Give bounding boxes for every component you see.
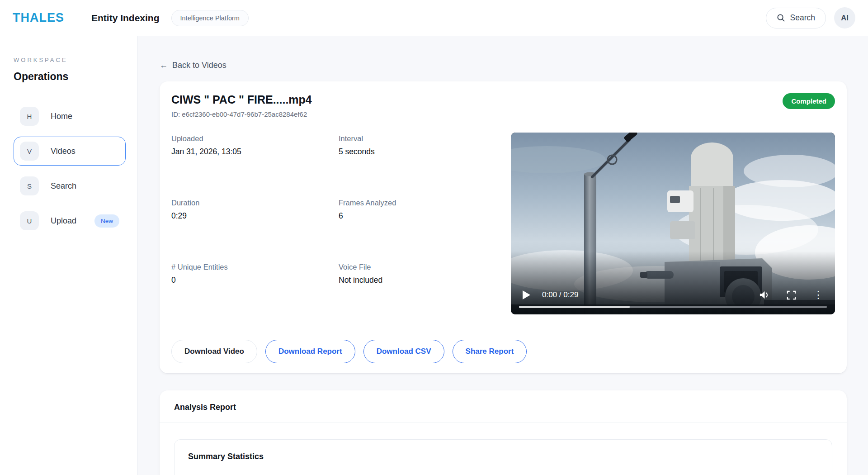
volume-icon[interactable]: [759, 290, 769, 300]
videos-initial-icon: V: [20, 142, 39, 161]
top-header: THALES Entity Indexing Intelligence Plat…: [0, 0, 868, 36]
sidebar-item-label: Home: [51, 112, 72, 121]
video-id: ID: e6cf2360-eb00-47d7-96b7-25ac8284ef62: [171, 110, 312, 118]
app-title: Entity Indexing: [91, 13, 160, 24]
meta-label: Uploaded: [171, 134, 339, 143]
player-menu-icon[interactable]: ⋮: [813, 290, 823, 300]
header-search-button[interactable]: Search: [766, 8, 826, 28]
meta-frames-analyzed: Frames Analyzed 6: [339, 199, 511, 263]
meta-value: 6: [339, 211, 511, 221]
summary-statistics-title: Summary Statistics: [175, 440, 832, 472]
workspace-label: WORKSPACE: [14, 57, 126, 63]
download-report-button[interactable]: Download Report: [265, 340, 355, 363]
video-thumbnail-ciws: [511, 133, 835, 314]
sidebar-item-label: Videos: [51, 147, 75, 156]
meta-label: Duration: [171, 199, 339, 207]
player-right-controls: ⋮: [759, 290, 823, 300]
fullscreen-icon[interactable]: [787, 290, 796, 300]
video-title: CIWS " PAC " FIRE.....mp4: [171, 93, 312, 106]
meta-value: Not included: [339, 276, 511, 285]
analysis-report-card: Analysis Report Summary Statistics Durat…: [160, 390, 847, 475]
main-content: ← Back to Videos CIWS " PAC " FIRE.....m…: [138, 36, 868, 475]
meta-label: Interval: [339, 134, 511, 143]
back-link-label: Back to Videos: [172, 61, 226, 70]
play-icon[interactable]: [523, 290, 530, 299]
video-title-block: CIWS " PAC " FIRE.....mp4 ID: e6cf2360-e…: [171, 93, 312, 118]
sidebar-item-home[interactable]: H Home: [14, 102, 126, 131]
sidebar-item-upload[interactable]: U Upload New: [14, 206, 126, 235]
player-controls: 0:00 / 0:29 ⋮: [523, 290, 823, 300]
meta-label: Voice File: [339, 263, 511, 271]
video-detail-card: CIWS " PAC " FIRE.....mp4 ID: e6cf2360-e…: [160, 81, 847, 373]
upload-initial-icon: U: [20, 211, 39, 230]
share-report-button[interactable]: Share Report: [453, 340, 527, 363]
sidebar-item-label: Search: [51, 181, 76, 191]
thales-logo: THALES: [13, 11, 64, 25]
summary-stats-row: Duration Frames Analyzed Interval Unique…: [175, 472, 832, 475]
download-csv-button[interactable]: Download CSV: [363, 340, 444, 363]
video-player[interactable]: 0:00 / 0:29 ⋮: [511, 133, 835, 314]
analysis-report-title: Analysis Report: [160, 390, 847, 423]
download-video-button[interactable]: Download Video: [171, 340, 257, 363]
platform-badge: Intelligence Platform: [171, 10, 249, 26]
video-card-header: CIWS " PAC " FIRE.....mp4 ID: e6cf2360-e…: [171, 93, 835, 118]
sidebar-item-videos[interactable]: V Videos: [14, 137, 126, 166]
sidebar: WORKSPACE Operations H Home V Videos S S…: [0, 36, 138, 475]
sidebar-nav: H Home V Videos S Search U Upload New: [14, 102, 126, 235]
search-initial-icon: S: [20, 176, 39, 195]
analysis-report-body: Summary Statistics Duration Frames Analy…: [160, 423, 847, 475]
header-actions: Search AI: [766, 7, 855, 28]
meta-duration: Duration 0:29: [171, 199, 339, 263]
meta-unique-entities: # Unique Entities 0: [171, 263, 339, 327]
summary-statistics-card: Summary Statistics Duration Frames Analy…: [174, 439, 832, 475]
search-icon: [777, 14, 785, 22]
meta-label: Frames Analyzed: [339, 199, 511, 207]
meta-interval: Interval 5 seconds: [339, 134, 511, 199]
home-initial-icon: H: [20, 107, 39, 126]
sidebar-item-label: Upload: [51, 216, 76, 226]
new-badge: New: [94, 214, 119, 228]
search-button-label: Search: [790, 13, 815, 23]
avatar[interactable]: AI: [834, 7, 855, 28]
meta-value: Jan 31, 2026, 13:05: [171, 147, 339, 157]
back-arrow-icon: ←: [160, 61, 168, 70]
meta-voice-file: Voice File Not included: [339, 263, 511, 327]
player-progress-bar[interactable]: [519, 306, 827, 308]
meta-value: 0:29: [171, 211, 339, 221]
workspace-name: Operations: [14, 71, 126, 83]
player-buffered-segment: [519, 306, 630, 308]
meta-value: 0: [171, 276, 339, 285]
meta-value: 5 seconds: [339, 147, 511, 157]
meta-label: # Unique Entities: [171, 263, 339, 271]
video-metadata-grid: Uploaded Jan 31, 2026, 13:05 Interval 5 …: [171, 133, 511, 327]
video-actions: Download Video Download Report Download …: [171, 340, 835, 363]
back-to-videos-link[interactable]: ← Back to Videos: [160, 61, 226, 70]
sidebar-item-search[interactable]: S Search: [14, 171, 126, 200]
video-card-body: Uploaded Jan 31, 2026, 13:05 Interval 5 …: [171, 133, 835, 327]
meta-uploaded: Uploaded Jan 31, 2026, 13:05: [171, 134, 339, 199]
status-badge: Completed: [783, 93, 835, 109]
player-time: 0:00 / 0:29: [542, 290, 578, 299]
